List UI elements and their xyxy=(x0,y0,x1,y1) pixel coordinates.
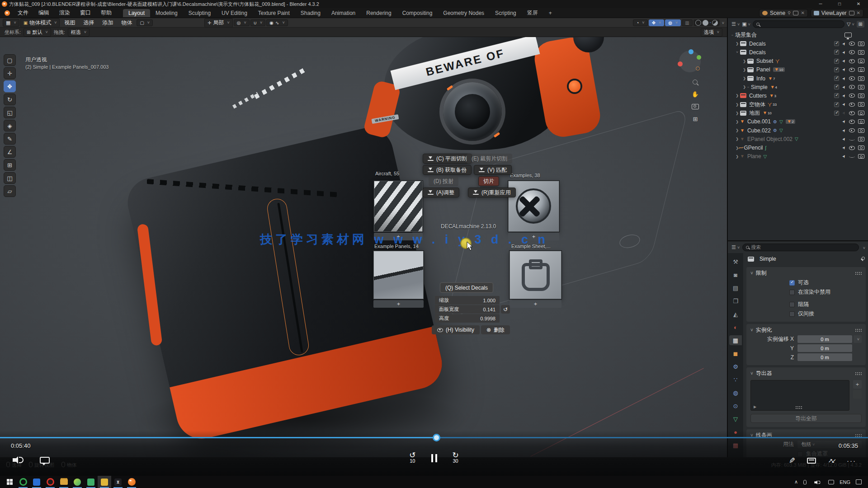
pause-button[interactable] xyxy=(431,454,437,462)
exporters-list[interactable]: ▶ xyxy=(750,380,849,411)
menu-edit[interactable]: 编辑 xyxy=(33,9,54,17)
selectable-icon[interactable]: ➤ xyxy=(841,84,847,90)
shading-wireframe-icon[interactable] xyxy=(695,20,701,26)
instance-offset-z-field[interactable]: 0 m xyxy=(797,353,852,361)
tool-select-box[interactable]: ▢ xyxy=(4,54,16,66)
tool-extra-2[interactable]: ▱ xyxy=(4,185,16,197)
expander-icon[interactable]: ❯ xyxy=(741,85,747,89)
eye-icon[interactable] xyxy=(849,59,855,63)
selectable-icon[interactable]: ➤ xyxy=(841,145,847,150)
outliner-row-scene-collection[interactable]: 场景集合 xyxy=(728,31,868,39)
outliner-row-cube001[interactable]: ❯ ▼ Cube.001 ⚙ ▽ ▼2 ➤ xyxy=(728,117,868,126)
scene-selector[interactable]: Scene ⚲ ✕ xyxy=(759,9,808,17)
reset-icon[interactable]: ↺ xyxy=(501,305,510,314)
tool-transform[interactable]: ◈ xyxy=(4,120,16,131)
tab-layout[interactable]: Layout xyxy=(123,9,150,17)
checkbox-icon[interactable] xyxy=(834,50,839,55)
tab-physics[interactable]: ◍ xyxy=(729,388,742,398)
tool-add-primitive[interactable]: ⊞ xyxy=(4,159,16,171)
menu-view[interactable]: 视图 xyxy=(61,19,79,27)
pin-icon[interactable]: ⚲ xyxy=(788,10,791,15)
expander-icon[interactable]: ❯ xyxy=(741,76,747,80)
minimize-button[interactable]: ─ xyxy=(811,0,830,8)
editor-type-button[interactable]: ▦ xyxy=(3,19,19,27)
camera-icon[interactable] xyxy=(858,94,864,98)
snap-toggle[interactable]: ∪ xyxy=(250,19,266,26)
menu-object[interactable]: 物体 xyxy=(118,19,136,27)
selectable-icon[interactable]: ➤ xyxy=(841,76,847,81)
pin-icon[interactable] xyxy=(860,257,864,261)
checkbox-icon[interactable] xyxy=(834,102,839,107)
checkbox-icon[interactable] xyxy=(834,76,839,81)
viewport-canvas[interactable]: BEWARE OF WARNING ▢ ✛ ✥ ↻ ◱ ◈ ✎ xyxy=(0,37,727,457)
eye-icon[interactable] xyxy=(849,120,855,124)
expander-icon[interactable]: ❯ xyxy=(734,128,740,132)
tab-rendering[interactable]: Rendering xyxy=(361,9,396,17)
outliner-filter-button[interactable]: ▽ xyxy=(847,21,854,27)
eye-icon[interactable] xyxy=(849,42,855,46)
pie-item-reapply[interactable]: (R)重新应用 xyxy=(468,188,516,197)
outliner-row-gpencil[interactable]: ❯ ʃ GPencil ʃ ➤ xyxy=(728,143,868,152)
more-options-icon[interactable]: ··· xyxy=(847,457,856,465)
pan-hand-icon[interactable]: ✋ xyxy=(692,91,699,98)
navigation-gizmo[interactable] xyxy=(679,51,701,72)
camera-icon[interactable] xyxy=(858,76,864,81)
eye-icon[interactable] xyxy=(849,85,855,89)
outliner-row-ground[interactable]: ❯ 地面 ▼10 ➤ xyxy=(728,109,868,117)
taskbar-app-blue[interactable] xyxy=(30,476,43,488)
tool-rotate[interactable]: ↻ xyxy=(4,94,16,105)
drag-dropdown[interactable]: 框选 xyxy=(68,28,90,37)
gizmo-y-axis[interactable] xyxy=(697,55,701,60)
pie-item-adjust[interactable]: (A)调整 xyxy=(423,188,459,197)
start-button[interactable] xyxy=(3,476,16,488)
camera-icon[interactable] xyxy=(858,137,864,141)
expander-icon[interactable]: ❯ xyxy=(741,68,747,72)
selectable-icon[interactable]: ➤ xyxy=(841,154,847,159)
proportional-editing-toggle[interactable]: ◉∿ xyxy=(266,19,288,26)
menu-add[interactable]: 添加 xyxy=(99,19,117,27)
selectable-icon[interactable]: ➤ xyxy=(841,93,847,99)
tool-extra-1[interactable]: ◫ xyxy=(4,172,16,184)
tool-move[interactable]: ✥ xyxy=(4,80,16,92)
progress-knob[interactable] xyxy=(433,434,440,441)
taskbar-app-green-circle[interactable] xyxy=(16,476,30,488)
outliner-row-subset[interactable]: ❯ Subset 人 ➤ xyxy=(728,57,868,66)
view-object-types-button[interactable]: ▢ xyxy=(137,19,153,26)
outliner-row-cutters[interactable]: ❯ Cutters ▼3 ➤ xyxy=(728,91,868,100)
tab-render[interactable]: ◙ xyxy=(729,270,742,280)
tray-expand-icon[interactable]: ∧ xyxy=(794,479,798,485)
tab-view-layer[interactable]: ❐ xyxy=(729,296,742,306)
tab-shading[interactable]: Shading xyxy=(295,9,326,17)
checkbox-icon[interactable] xyxy=(834,84,839,89)
drag-handle-icon[interactable] xyxy=(855,372,862,375)
camera-icon[interactable] xyxy=(858,85,864,89)
tray-display-icon[interactable] xyxy=(828,480,834,484)
taskbar-app-green-2[interactable] xyxy=(84,476,98,488)
offset-dropdown-button[interactable] xyxy=(854,335,862,343)
decal-thumb-panels[interactable] xyxy=(373,251,424,299)
gizmo-x-axis[interactable] xyxy=(678,61,683,66)
camera-icon[interactable] xyxy=(858,111,864,115)
drag-handle-icon[interactable] xyxy=(855,328,862,332)
checkbox-icon[interactable] xyxy=(834,93,839,98)
checkbox-icon[interactable] xyxy=(834,111,839,116)
shading-rendered-icon[interactable] xyxy=(712,20,718,26)
properties-options-dropdown[interactable] xyxy=(862,243,865,251)
eye-icon[interactable] xyxy=(849,94,855,98)
height-field[interactable]: 高度0.9998 xyxy=(435,314,500,323)
language-indicator[interactable]: ENG xyxy=(840,479,850,485)
tool-scale[interactable]: ◱ xyxy=(4,107,16,118)
new-collection-button[interactable]: ⊞ xyxy=(857,21,864,28)
outliner-row-decals-1[interactable]: ❯ Decals ➤ xyxy=(728,39,868,48)
properties-search-input[interactable]: 搜索 xyxy=(742,244,859,251)
checkbox-icon[interactable] xyxy=(834,67,839,72)
tab-vertical[interactable]: 竖屏 xyxy=(522,8,543,18)
close-button[interactable]: ✕ xyxy=(849,0,868,8)
outliner-row-empties[interactable]: ❯ 空物体 人 33 ➤ xyxy=(728,100,868,109)
selectable-icon[interactable]: ➤ xyxy=(841,128,847,133)
tab-uv-editing[interactable]: UV Editing xyxy=(216,9,253,17)
scale-field[interactable]: 缩放1.000 xyxy=(435,296,500,305)
expander-icon[interactable]: ❯ xyxy=(734,137,740,141)
remove-viewlayer-icon[interactable]: ✕ xyxy=(857,10,860,15)
disable-render-checkbox[interactable] xyxy=(789,290,795,295)
